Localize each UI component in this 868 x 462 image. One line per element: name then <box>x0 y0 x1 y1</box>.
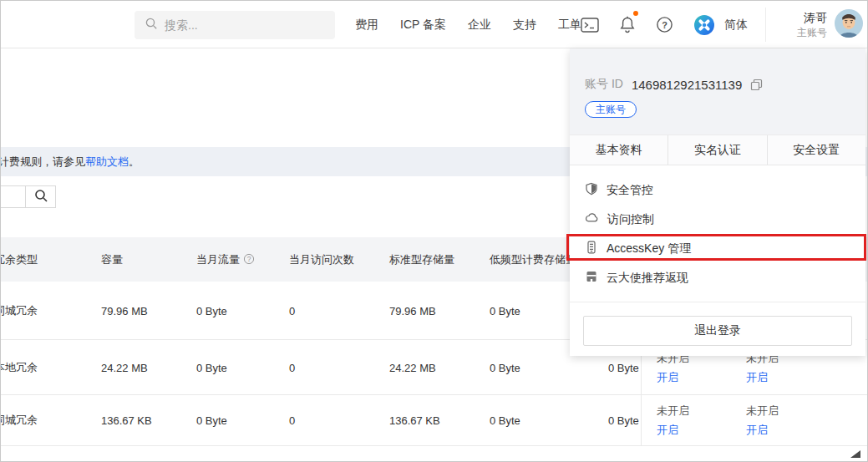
user-role: 主账号 <box>797 25 827 40</box>
cell-redundancy: 本地冗余 <box>0 360 38 375</box>
console-page: 计费规则，请参见帮助文档。 冗余类型 容量 当月流量? 当月访问次数 标准型存储… <box>0 0 868 462</box>
enable-link[interactable]: 开启 <box>746 371 768 383</box>
menu-item-security-control[interactable]: 安全管控 <box>570 175 865 205</box>
cloud-icon <box>585 211 599 227</box>
cell-traffic: 0 Byte <box>196 361 227 373</box>
menu-item-label: 安全管控 <box>607 183 653 198</box>
service-assistant-icon[interactable] <box>693 14 715 36</box>
menu-item-cloud-ambassador[interactable]: 云大使推荐返现 <box>570 263 865 292</box>
bucket-search-button[interactable] <box>25 185 56 208</box>
notification-dot <box>633 11 638 16</box>
cell-standard: 136.67 KB <box>389 414 440 427</box>
help-icon[interactable]: ? <box>656 16 673 33</box>
traffic-help-icon[interactable]: ? <box>243 253 255 267</box>
menu-item-access-control[interactable]: 访问控制 <box>570 205 865 234</box>
nav-item-icp[interactable]: ICP 备案 <box>400 18 446 33</box>
col-header-capacity: 容量 <box>101 252 123 267</box>
account-id-label: 账号 ID <box>585 77 623 92</box>
cell-capacity: 136.67 KB <box>101 414 152 427</box>
col-header-standard: 标准型存储量 <box>389 252 454 267</box>
cell-visits: 0 <box>289 414 295 427</box>
cell-traffic: 0 Byte <box>196 304 227 317</box>
search-icon <box>33 188 48 206</box>
toggle-status: 未开启 <box>746 404 779 417</box>
col-header-lowfreq: 低频型计费存储量 <box>490 252 576 267</box>
scroll-corner-indicator[interactable] <box>850 450 860 458</box>
cloudshell-icon[interactable] <box>581 18 599 33</box>
help-doc-link[interactable]: 帮助文档 <box>85 155 129 168</box>
cell-lowfreq: 0 Byte <box>490 414 520 427</box>
shield-icon <box>585 182 598 198</box>
user-name: 涛哥 <box>804 10 827 25</box>
avatar[interactable] <box>834 8 864 42</box>
cell-capacity: 79.96 MB <box>101 304 148 317</box>
medal-icon <box>585 270 598 286</box>
nav-item-enterprise[interactable]: 企业 <box>468 18 491 33</box>
feature-toggle: 未开启 开启 <box>657 401 689 439</box>
cell-standard: 79.96 MB <box>389 304 436 317</box>
enable-link[interactable]: 开启 <box>746 424 768 436</box>
cell-extra-storage: 0 Byte <box>608 414 639 427</box>
accesskey-icon <box>585 241 598 256</box>
col-header-visits: 当月访问次数 <box>289 252 354 267</box>
navbar-divider <box>765 8 766 42</box>
enable-link[interactable]: 开启 <box>657 424 678 436</box>
cell-visits: 0 <box>289 361 295 373</box>
tab-basic-profile[interactable]: 基本资料 <box>570 135 667 165</box>
cell-visits: 0 <box>289 304 295 317</box>
bucket-search-input[interactable] <box>0 185 26 208</box>
account-tabs: 基本资料 实名认证 安全设置 <box>570 135 865 165</box>
cell-lowfreq: 0 Byte <box>490 361 520 373</box>
account-id-value: 1469812921531139 <box>632 78 742 92</box>
col-header-traffic: 当月流量? <box>196 252 255 267</box>
copy-icon[interactable] <box>750 79 763 91</box>
feature-toggle: 未开启 开启 <box>746 401 779 439</box>
enable-link[interactable]: 开启 <box>657 371 678 383</box>
top-navbar: 费用 ICP 备案 企业 支持 工单 ? <box>1 1 867 48</box>
cell-traffic: 0 Byte <box>196 414 227 427</box>
main-account-badge: 主账号 <box>585 101 637 118</box>
svg-text:?: ? <box>247 255 251 263</box>
notification-bell-icon[interactable] <box>619 16 636 33</box>
cell-capacity: 24.22 MB <box>101 361 148 373</box>
tab-realname-verification[interactable]: 实名认证 <box>667 135 766 165</box>
svg-text:?: ? <box>662 20 667 30</box>
global-search[interactable] <box>135 11 335 39</box>
table-row: 同城冗余 136.67 KB 0 Byte 0 136.67 KB 0 Byte… <box>1 395 867 446</box>
tab-security-settings[interactable]: 安全设置 <box>767 135 865 165</box>
col-header-redundancy: 冗余类型 <box>0 252 38 267</box>
global-search-input[interactable] <box>165 18 315 32</box>
dropdown-separator <box>570 302 865 302</box>
cell-extra-storage: 0 Byte <box>608 361 639 373</box>
menu-item-label: AccessKey 管理 <box>607 241 691 256</box>
cell-lowfreq: 0 Byte <box>490 304 520 317</box>
account-dropdown-panel: 账号 ID 1469812921531139 主账号 基本资料 实名认证 安全设… <box>570 48 865 356</box>
logout-button[interactable]: 退出登录 <box>583 316 852 346</box>
billing-notice-text: 计费规则，请参见 <box>1 155 85 168</box>
menu-item-accesskey-management[interactable]: AccessKey 管理 <box>570 234 865 263</box>
account-menu-trigger[interactable]: 涛哥 主账号 <box>776 1 864 48</box>
nav-item-tickets[interactable]: 工单 <box>558 18 581 33</box>
cell-standard: 24.22 MB <box>389 361 436 373</box>
menu-item-label: 访问控制 <box>607 212 654 227</box>
nav-item-billing[interactable]: 费用 <box>355 18 378 33</box>
language-selector[interactable]: 简体 <box>724 1 748 48</box>
cell-redundancy: 同城冗余 <box>0 303 38 318</box>
billing-notice-suffix: 。 <box>129 155 140 168</box>
account-menu: 安全管控 访问控制 AccessKey 管理 云大使推荐返现 <box>570 165 865 292</box>
nav-item-support[interactable]: 支持 <box>513 18 536 33</box>
toggle-status: 未开启 <box>657 404 689 417</box>
cell-redundancy: 同城冗余 <box>0 413 38 428</box>
search-icon <box>145 17 158 33</box>
account-summary: 账号 ID 1469812921531139 主账号 <box>570 48 865 135</box>
menu-item-label: 云大使推荐返现 <box>607 271 688 286</box>
